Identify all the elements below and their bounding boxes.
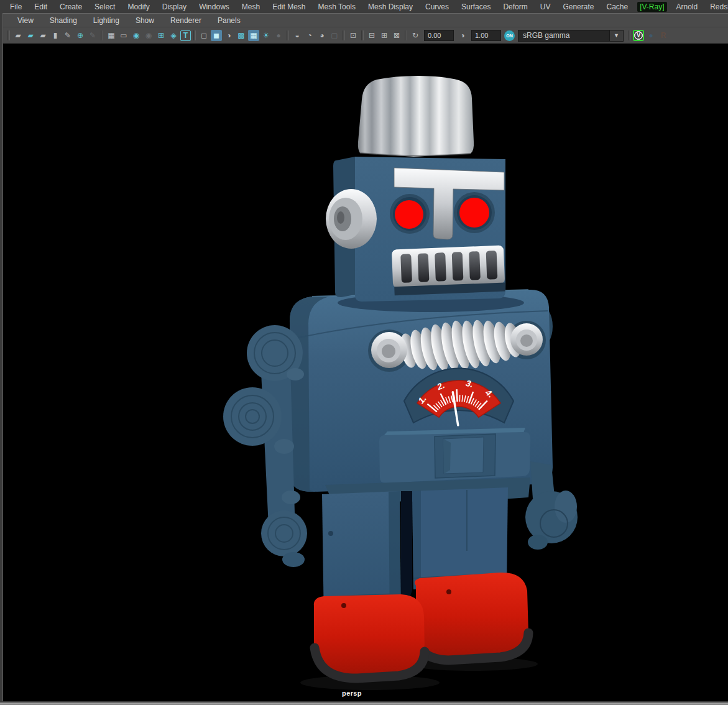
- menu-item-deform[interactable]: Deform: [497, 2, 533, 11]
- menu-item-select[interactable]: Select: [88, 2, 121, 11]
- arnold-icon[interactable]: ●: [645, 30, 657, 41]
- grid-icon[interactable]: ▦: [106, 30, 117, 41]
- gamma-input[interactable]: [471, 30, 501, 41]
- chevron-down-icon[interactable]: ▼: [609, 30, 623, 41]
- panel-menu-item-lighting[interactable]: Lighting: [85, 16, 127, 25]
- robot-head: [355, 157, 505, 302]
- robot-right-eye: [459, 198, 489, 228]
- viewport-3d[interactable]: 1.2.3.4.: [3, 44, 728, 701]
- view-transform-select[interactable]: sRGB gamma▼: [518, 30, 624, 42]
- gauge-tick: [462, 395, 463, 402]
- gauge-label: 4.: [483, 387, 495, 399]
- robot-head-side: [333, 157, 355, 297]
- menu-item-redshift[interactable]: Redshift: [704, 2, 728, 11]
- robot-right-leg: [412, 487, 508, 589]
- robot-render: 1.2.3.4.: [3, 44, 728, 701]
- motion-blur-icon[interactable]: ◕: [316, 30, 328, 41]
- panel-menu-item-panels[interactable]: Panels: [210, 16, 249, 25]
- color-management-toggle[interactable]: ON: [504, 30, 515, 41]
- menu-item-arnold[interactable]: Arnold: [670, 2, 704, 11]
- safe-title-icon[interactable]: T: [180, 30, 191, 41]
- resolution-gate-icon[interactable]: ◉: [131, 30, 142, 41]
- wireframe-on-shaded-icon[interactable]: ▦: [248, 30, 259, 41]
- gauge-label: 2.: [435, 380, 446, 392]
- camera-label: persp: [3, 689, 714, 697]
- menu-item-uv[interactable]: UV: [534, 2, 557, 11]
- robot-belt-buckle: [443, 437, 484, 474]
- xray-active-components-icon[interactable]: ⊠: [391, 30, 402, 41]
- safe-action-icon[interactable]: ◈: [168, 30, 179, 41]
- menu-item-modify[interactable]: Modify: [121, 2, 155, 11]
- menu-item-generate[interactable]: Generate: [556, 2, 600, 11]
- gauge-tick: [479, 401, 487, 410]
- robot-left-leg: [322, 491, 401, 625]
- xray-icon[interactable]: ⊟: [366, 30, 377, 41]
- film-gate-icon[interactable]: ▭: [118, 30, 129, 41]
- pan-zoom-icon[interactable]: ⊕: [75, 30, 86, 41]
- robot-crown: [358, 76, 474, 157]
- menu-item-surfaces[interactable]: Surfaces: [455, 2, 497, 11]
- timeline-edge: [0, 702, 728, 705]
- shaded-cube-icon[interactable]: ◼: [211, 30, 222, 41]
- toolbar-separator: [343, 30, 345, 40]
- panel-menu-item-renderer[interactable]: Renderer: [162, 16, 210, 25]
- gauge-tick: [475, 401, 479, 407]
- menu-item-v-ray[interactable]: [V-Ray]: [637, 2, 666, 12]
- field-chart-icon[interactable]: ⊞: [155, 30, 167, 41]
- half-shade-sphere-icon[interactable]: ◑: [223, 30, 234, 41]
- robot-belt-box: [379, 428, 530, 483]
- menu-item-create[interactable]: Create: [53, 2, 88, 11]
- menu-item-cache[interactable]: Cache: [600, 2, 634, 11]
- image-plane-icon[interactable]: ▢: [329, 30, 340, 41]
- menu-item-edit[interactable]: Edit: [28, 2, 53, 11]
- textured-cube-icon[interactable]: ▩: [236, 30, 247, 41]
- camera-lock-icon[interactable]: ▰: [25, 30, 36, 41]
- gauge-needle: [453, 392, 458, 425]
- viewport-toolbar: ▰▰▰▮✎⊕✎▦▭◉◉⊞◈T◻◼◑▩▦☀●◒◔◕▢⊡⊟⊞⊠↻◑ONsRGB ga…: [3, 27, 728, 44]
- isolate-select-icon[interactable]: ⊡: [348, 30, 359, 41]
- menu-item-curves[interactable]: Curves: [419, 2, 455, 11]
- robot-torso: [290, 290, 553, 492]
- exposure-icon[interactable]: ↻: [410, 30, 421, 41]
- main-menu-bar: FileEditCreateSelectModifyDisplayWindows…: [0, 0, 728, 13]
- vray-toggle-icon[interactable]: V: [633, 30, 644, 41]
- occlusion-icon[interactable]: ◔: [304, 30, 315, 41]
- robot-hips: [325, 477, 530, 502]
- panel-menu-item-show[interactable]: Show: [127, 16, 162, 25]
- bookmark-icon[interactable]: ▮: [50, 30, 61, 41]
- lights-icon[interactable]: ☀: [260, 30, 272, 41]
- gauge-tick: [457, 389, 458, 402]
- contrast-icon[interactable]: ◑: [457, 30, 468, 41]
- gauge-label: 1.: [416, 394, 428, 405]
- robot-right-foot: [415, 573, 528, 660]
- shadows-icon[interactable]: ◒: [292, 30, 303, 41]
- menu-item-windows[interactable]: Windows: [193, 2, 236, 11]
- panel-menu-item-view[interactable]: View: [9, 16, 42, 25]
- panel-menu-item-shading[interactable]: Shading: [42, 16, 85, 25]
- toolbar-separator: [7, 30, 10, 40]
- exposure-input[interactable]: [424, 30, 454, 41]
- robot-left-foot: [314, 594, 425, 679]
- menu-item-mesh-tools[interactable]: Mesh Tools: [312, 2, 362, 11]
- camera-attributes-gear-icon[interactable]: ▰: [37, 30, 48, 41]
- toolbar-separator: [405, 30, 407, 40]
- gate-mask-icon[interactable]: ◉: [143, 30, 154, 41]
- camera-icon[interactable]: ▰: [12, 30, 24, 41]
- menu-item-edit-mesh[interactable]: Edit Mesh: [266, 2, 311, 11]
- gauge-tick: [477, 403, 481, 408]
- redshift-icon[interactable]: R: [658, 30, 669, 41]
- wireframe-cube-icon[interactable]: ◻: [198, 30, 210, 41]
- robot-eyes: [390, 192, 495, 234]
- gauge-tick: [433, 405, 438, 410]
- menu-item-display[interactable]: Display: [156, 2, 193, 11]
- menu-item-file[interactable]: File: [4, 2, 28, 11]
- xray-joints-icon[interactable]: ⊞: [379, 30, 390, 41]
- menu-item-mesh[interactable]: Mesh: [236, 2, 266, 11]
- grease-pencil-icon[interactable]: ✎: [62, 30, 73, 41]
- brush-icon[interactable]: ✎: [87, 30, 98, 41]
- toolbar-separator: [361, 30, 364, 40]
- menu-item-mesh-display[interactable]: Mesh Display: [362, 2, 419, 11]
- default-material-icon[interactable]: ●: [273, 30, 284, 41]
- gauge-tick: [469, 392, 473, 403]
- toolbar-separator: [287, 30, 289, 40]
